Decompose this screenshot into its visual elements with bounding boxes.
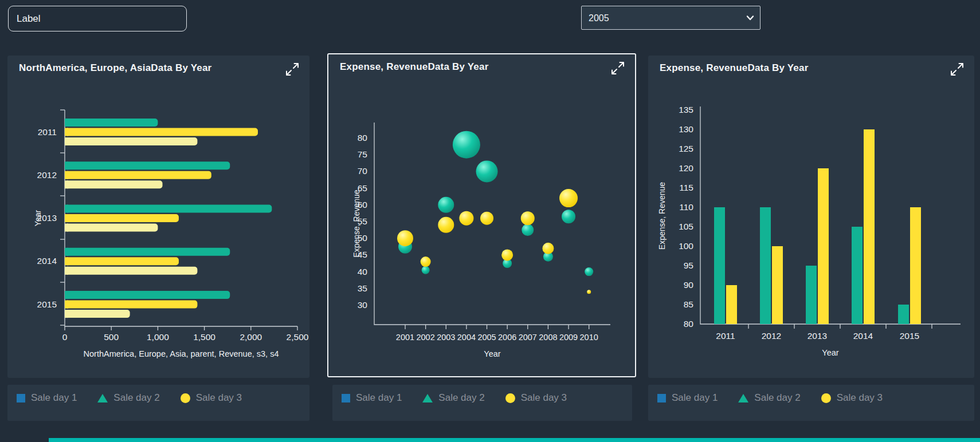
svg-text:30: 30 [358,300,368,310]
legend-triangle-icon [422,394,433,402]
svg-text:70: 70 [358,166,368,176]
svg-text:125: 125 [679,144,693,153]
legend-label: Sale day 2 [754,392,800,404]
svg-text:2002: 2002 [416,333,434,342]
legend-circle-icon [505,393,515,403]
svg-text:2011: 2011 [716,331,735,341]
legend-strip: Sale day 1 Sale day 2 Sale day 3 [332,385,632,421]
panel-header: Expense, RevenueData By Year [648,56,974,82]
expand-button[interactable] [610,60,626,76]
legend-item-sale-day-1[interactable]: Sale day 1 [342,392,402,404]
svg-text:Year: Year [484,349,500,358]
expand-icon [285,62,299,76]
svg-text:95: 95 [684,261,693,270]
expand-button[interactable] [284,61,300,77]
svg-text:2009: 2009 [559,333,578,342]
svg-text:40: 40 [358,267,368,277]
expand-icon [611,61,625,75]
legend-circle-icon [821,393,831,403]
panel-header: NorthAmerica, Europe, AsiaData By Year [7,56,309,82]
svg-text:Year: Year [822,348,838,357]
legend-strip: Sale day 1 Sale day 2 Sale day 3 [648,385,974,421]
legend-strip: Sale day 1 Sale day 2 Sale day 3 [7,385,309,421]
year-select[interactable]: 2005 [581,6,761,30]
panel-title: Expense, RevenueData By Year [340,61,488,73]
legend-item-sale-day-1[interactable]: Sale day 1 [657,392,718,404]
svg-text:2005: 2005 [477,333,496,342]
svg-text:2015: 2015 [900,331,919,341]
svg-text:115: 115 [679,183,693,192]
dashboard-page: { "page": { "background": "#222d39", "pa… [0,0,980,442]
svg-text:105: 105 [679,222,693,231]
svg-text:35: 35 [358,283,367,293]
panel-bubble-chart: 3035404550556065707580200120022003200420… [327,53,636,377]
legend-item-sale-day-3[interactable]: Sale day 3 [821,392,883,404]
svg-text:80: 80 [684,319,694,329]
bubble-chart: 3035404550556065707580200120022003200420… [328,54,635,376]
svg-text:130: 130 [679,124,693,134]
legend-circle-icon [181,393,190,403]
svg-text:100: 100 [679,241,693,251]
panel-title: Expense, RevenueData By Year [660,62,808,74]
svg-text:2010: 2010 [580,333,598,342]
legend-item-sale-day-2[interactable]: Sale day 2 [422,392,484,404]
legend-item-sale-day-2[interactable]: Sale day 2 [738,392,800,404]
legend-square-icon [342,394,350,402]
svg-text:2006: 2006 [498,333,516,342]
year-select-wrap: 2005 [581,6,761,30]
svg-text:2003: 2003 [437,333,455,342]
expand-button[interactable] [949,61,965,77]
svg-text:80: 80 [358,133,368,143]
legend-item-sale-day-3[interactable]: Sale day 3 [181,392,242,404]
hbar-chart: 2011201220132014201505001,0001,5002,0002… [7,56,309,378]
svg-text:500: 500 [104,332,119,342]
svg-text:Expense, Revenue: Expense, Revenue [657,182,667,250]
legend-label: Sale day 3 [521,392,567,404]
svg-text:75: 75 [358,149,367,159]
legend-label: Sale day 2 [113,392,159,404]
svg-text:2008: 2008 [539,333,557,342]
expand-icon [950,62,964,76]
legend-triangle-icon [738,394,748,402]
legend-label: Sale day 3 [196,392,242,404]
svg-text:2004: 2004 [457,333,476,342]
vbar-chart: 8085909510010511011512012513013520112012… [648,56,974,378]
panel-header: Expense, RevenueData By Year [328,54,635,81]
svg-text:135: 135 [679,105,693,115]
svg-text:2001: 2001 [396,333,414,342]
svg-text:110: 110 [679,202,693,212]
legend-square-icon [17,394,25,402]
svg-text:2011: 2011 [38,127,57,137]
svg-text:Year: Year [33,210,42,227]
panel-horizontal-bar-chart: 2011201220132014201505001,0001,5002,0002… [7,56,309,378]
svg-text:2014: 2014 [853,331,873,341]
svg-text:2015: 2015 [37,299,57,309]
svg-text:1,000: 1,000 [147,332,169,342]
svg-text:2,500: 2,500 [287,332,309,342]
legend-item-sale-day-2[interactable]: Sale day 2 [97,392,159,404]
legend-item-sale-day-3[interactable]: Sale day 3 [505,392,567,404]
svg-text:2013: 2013 [807,331,827,341]
svg-text:Expense, Revenue: Expense, Revenue [352,190,361,258]
svg-text:2012: 2012 [762,331,781,341]
svg-text:90: 90 [684,280,694,290]
panel-title: NorthAmerica, Europe, AsiaData By Year [19,62,211,74]
svg-text:120: 120 [679,163,693,173]
svg-text:2014: 2014 [37,256,57,266]
legend-item-sale-day-1[interactable]: Sale day 1 [17,392,77,404]
panel-vertical-bar-chart: 8085909510010511011512012513013520112012… [648,56,974,378]
legend-triangle-icon [97,394,108,402]
svg-text:2,000: 2,000 [240,332,262,342]
legend-label: Sale day 1 [356,392,402,404]
label-input[interactable] [8,6,187,31]
svg-text:1,500: 1,500 [193,332,215,342]
legend-label: Sale day 1 [31,392,77,404]
svg-text:2007: 2007 [519,333,537,342]
legend-label: Sale day 3 [837,392,883,404]
svg-text:85: 85 [684,299,693,309]
legend-label: Sale day 1 [672,392,718,404]
svg-text:2012: 2012 [37,170,57,180]
horizontal-scrollbar-thumb[interactable] [49,438,980,442]
svg-text:NorthAmerica, Europe, Asia, pa: NorthAmerica, Europe, Asia, parent, Reve… [84,349,279,358]
legend-square-icon [657,394,666,402]
